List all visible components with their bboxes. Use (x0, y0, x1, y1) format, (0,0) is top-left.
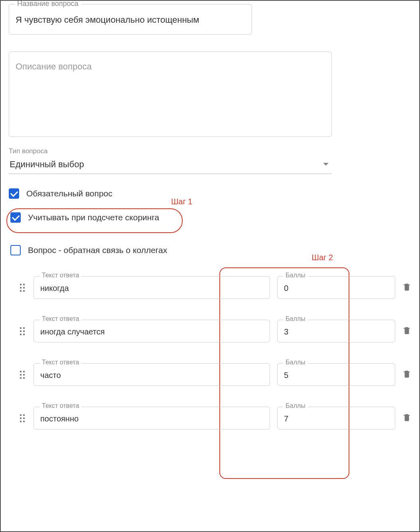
feedback-checkbox-row[interactable]: Вопрос - обратная связь о коллегах (10, 245, 167, 255)
drag-handle-icon[interactable] (18, 371, 26, 379)
answer-score-label: Баллы (283, 272, 308, 279)
required-checkbox-label: Обязательный вопрос (26, 189, 112, 198)
question-description-field[interactable]: Описание вопроса (9, 51, 332, 137)
feedback-checkbox[interactable] (10, 245, 21, 255)
answer-text-label: Текст ответа (39, 359, 81, 366)
answer-text-label: Текст ответа (39, 272, 81, 279)
delete-answer-button[interactable] (402, 413, 412, 423)
answer-score-label: Баллы (283, 315, 308, 322)
answer-score-field[interactable]: Баллы 5 (277, 363, 395, 386)
answer-row: Текст ответа постоянно Баллы 7 (18, 407, 412, 429)
answer-text-field[interactable]: Текст ответа часто (34, 363, 270, 386)
drag-handle-icon[interactable] (18, 414, 26, 422)
drag-handle-icon[interactable] (18, 327, 26, 335)
answer-row: Текст ответа никогда Баллы 0 (18, 276, 412, 299)
trash-icon (402, 283, 411, 291)
step-2-annotation: Шаг 2 (312, 253, 333, 262)
answer-score-value: 5 (284, 371, 388, 380)
answer-score-label: Баллы (283, 402, 308, 409)
question-description-placeholder: Описание вопроса (16, 61, 325, 72)
answer-text-label: Текст ответа (39, 402, 81, 409)
answer-text-field[interactable]: Текст ответа постоянно (34, 407, 270, 429)
question-type-label: Тип вопроса (9, 147, 332, 155)
answer-score-field[interactable]: Баллы 0 (277, 276, 395, 299)
answer-score-value: 3 (284, 327, 388, 336)
drag-handle-icon[interactable] (18, 284, 26, 292)
chevron-down-icon (323, 163, 329, 166)
scoring-checkbox[interactable] (10, 212, 21, 223)
step-1-annotation: Шаг 1 (171, 197, 192, 206)
answer-text-value: постоянно (40, 414, 263, 423)
required-checkbox[interactable] (9, 188, 19, 199)
question-type-value: Единичный выбор (10, 159, 84, 170)
trash-icon (402, 413, 411, 422)
question-type-select[interactable]: Единичный выбор (9, 157, 332, 174)
delete-answer-button[interactable] (402, 370, 412, 380)
answer-text-value: никогда (40, 284, 263, 293)
answer-score-field[interactable]: Баллы 3 (277, 320, 395, 342)
scoring-checkbox-row[interactable]: Учитывать при подсчете скоринга (10, 212, 159, 223)
answer-text-value: часто (40, 371, 263, 380)
answer-text-field[interactable]: Текст ответа никогда (34, 276, 270, 299)
trash-icon (402, 370, 411, 378)
question-title-value: Я чувствую себя эмоционально истощенным (16, 14, 245, 26)
required-checkbox-row[interactable]: Обязательный вопрос (9, 188, 411, 199)
answer-row: Текст ответа часто Баллы 5 (18, 363, 412, 386)
answer-score-label: Баллы (283, 359, 308, 366)
answer-text-label: Текст ответа (39, 315, 81, 322)
answer-score-value: 7 (284, 414, 388, 423)
question-title-label: Название вопроса (15, 0, 81, 8)
answer-row: Текст ответа иногда случается Баллы 3 (18, 320, 412, 342)
answer-text-field[interactable]: Текст ответа иногда случается (34, 320, 270, 342)
delete-answer-button[interactable] (402, 326, 412, 336)
trash-icon (402, 326, 411, 335)
scoring-checkbox-label: Учитывать при подсчете скоринга (28, 213, 159, 222)
question-title-field[interactable]: Название вопроса Я чувствую себя эмоцион… (9, 4, 252, 35)
answers-list: Текст ответа никогда Баллы 0 Текст ответ… (18, 276, 412, 450)
answer-score-field[interactable]: Баллы 7 (277, 407, 395, 429)
feedback-checkbox-label: Вопрос - обратная связь о коллегах (28, 245, 167, 255)
answer-score-value: 0 (284, 284, 388, 293)
delete-answer-button[interactable] (402, 283, 412, 293)
answer-text-value: иногда случается (40, 327, 263, 336)
